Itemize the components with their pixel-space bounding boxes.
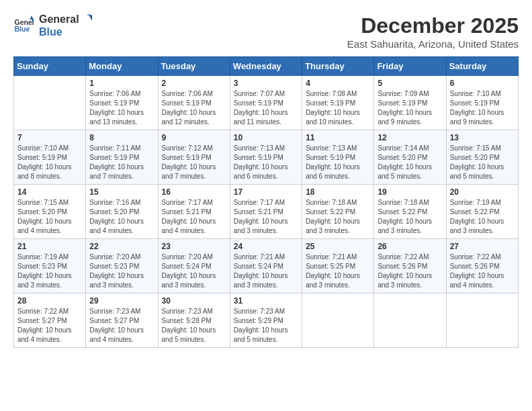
day-cell: 31Sunrise: 7:23 AMSunset: 5:29 PMDayligh… [230,293,302,348]
day-number: 9 [162,133,226,142]
day-number: 14 [17,187,82,197]
day-cell: 10Sunrise: 7:13 AMSunset: 5:19 PMDayligh… [230,130,302,185]
day-number: 22 [89,242,154,251]
day-info: Sunrise: 7:23 AMSunset: 5:27 PMDaylight:… [89,307,154,345]
day-cell: 30Sunrise: 7:23 AMSunset: 5:28 PMDayligh… [158,293,230,348]
day-cell: 24Sunrise: 7:21 AMSunset: 5:24 PMDayligh… [230,239,302,293]
day-number: 25 [306,242,370,251]
day-number: 15 [89,187,154,197]
weekday-header-row: SundayMondayTuesdayWednesdayThursdayFrid… [14,57,519,76]
logo-icon: General Blue [13,15,34,36]
day-info: Sunrise: 7:06 AMSunset: 5:19 PMDaylight:… [162,89,226,127]
weekday-header-monday: Monday [86,57,158,76]
day-cell: 13Sunrise: 7:15 AMSunset: 5:20 PMDayligh… [446,130,518,185]
week-row-2: 7Sunrise: 7:10 AMSunset: 5:19 PMDaylight… [14,130,519,185]
day-info: Sunrise: 7:10 AMSunset: 5:19 PMDaylight:… [17,144,82,181]
day-cell: 19Sunrise: 7:18 AMSunset: 5:22 PMDayligh… [374,185,446,239]
day-info: Sunrise: 7:22 AMSunset: 5:26 PMDaylight:… [450,253,515,290]
day-info: Sunrise: 7:09 AMSunset: 5:19 PMDaylight:… [378,89,442,127]
day-cell: 18Sunrise: 7:18 AMSunset: 5:22 PMDayligh… [302,185,374,239]
day-number: 30 [162,296,226,306]
day-number: 26 [378,242,442,251]
day-info: Sunrise: 7:18 AMSunset: 5:22 PMDaylight:… [378,198,442,236]
day-info: Sunrise: 7:14 AMSunset: 5:20 PMDaylight:… [378,144,442,181]
day-cell: 6Sunrise: 7:10 AMSunset: 5:19 PMDaylight… [446,76,518,130]
day-cell: 8Sunrise: 7:11 AMSunset: 5:19 PMDaylight… [86,130,158,185]
day-number: 7 [17,133,82,142]
day-info: Sunrise: 7:19 AMSunset: 5:23 PMDaylight:… [17,253,82,290]
logo-blue: Blue [39,26,93,38]
day-info: Sunrise: 7:20 AMSunset: 5:23 PMDaylight:… [89,253,154,290]
day-number: 13 [450,133,515,142]
day-number: 6 [450,79,515,88]
day-cell: 23Sunrise: 7:20 AMSunset: 5:24 PMDayligh… [158,239,230,293]
day-number: 21 [17,242,82,251]
day-number: 31 [234,296,298,306]
weekday-header-friday: Friday [374,57,446,76]
day-info: Sunrise: 7:22 AMSunset: 5:26 PMDaylight:… [378,253,442,290]
calendar-table: SundayMondayTuesdayWednesdayThursdayFrid… [13,56,519,348]
day-info: Sunrise: 7:22 AMSunset: 5:27 PMDaylight:… [17,307,82,345]
day-cell: 4Sunrise: 7:08 AMSunset: 5:19 PMDaylight… [302,76,374,130]
weekday-header-thursday: Thursday [302,57,374,76]
day-info: Sunrise: 7:12 AMSunset: 5:19 PMDaylight:… [162,144,226,181]
day-number: 4 [306,79,370,88]
day-number: 8 [89,133,154,142]
day-cell [302,293,374,348]
day-cell: 28Sunrise: 7:22 AMSunset: 5:27 PMDayligh… [14,293,86,348]
day-cell: 20Sunrise: 7:19 AMSunset: 5:22 PMDayligh… [446,185,518,239]
day-number: 23 [162,242,226,251]
day-info: Sunrise: 7:19 AMSunset: 5:22 PMDaylight:… [450,198,515,236]
svg-marker-4 [87,14,92,15]
weekday-header-wednesday: Wednesday [230,57,302,76]
week-row-4: 21Sunrise: 7:19 AMSunset: 5:23 PMDayligh… [14,239,519,293]
svg-marker-5 [89,15,92,21]
day-info: Sunrise: 7:07 AMSunset: 5:19 PMDaylight:… [234,89,298,127]
day-info: Sunrise: 7:23 AMSunset: 5:29 PMDaylight:… [234,307,298,345]
day-number: 2 [162,79,226,88]
day-cell: 1Sunrise: 7:06 AMSunset: 5:19 PMDaylight… [86,76,158,130]
day-number: 3 [234,79,298,88]
day-cell: 22Sunrise: 7:20 AMSunset: 5:23 PMDayligh… [86,239,158,293]
day-cell: 15Sunrise: 7:16 AMSunset: 5:20 PMDayligh… [86,185,158,239]
logo: General Blue General Blue [13,13,93,38]
day-number: 18 [306,187,370,197]
day-number: 29 [89,296,154,306]
day-cell: 3Sunrise: 7:07 AMSunset: 5:19 PMDaylight… [230,76,302,130]
day-cell: 21Sunrise: 7:19 AMSunset: 5:23 PMDayligh… [14,239,86,293]
day-info: Sunrise: 7:15 AMSunset: 5:20 PMDaylight:… [450,144,515,181]
title-section: December 2025 East Sahuarita, Arizona, U… [347,13,519,50]
svg-text:Blue: Blue [15,25,30,33]
weekday-header-tuesday: Tuesday [158,57,230,76]
day-cell: 12Sunrise: 7:14 AMSunset: 5:20 PMDayligh… [374,130,446,185]
day-number: 12 [378,133,442,142]
month-title: December 2025 [347,13,519,38]
day-number: 17 [234,187,298,197]
day-info: Sunrise: 7:13 AMSunset: 5:19 PMDaylight:… [234,144,298,181]
day-info: Sunrise: 7:10 AMSunset: 5:19 PMDaylight:… [450,89,515,127]
day-cell: 7Sunrise: 7:10 AMSunset: 5:19 PMDaylight… [14,130,86,185]
page-header: General Blue General Blue December 2025 … [13,13,519,50]
day-cell: 11Sunrise: 7:13 AMSunset: 5:19 PMDayligh… [302,130,374,185]
day-number: 1 [89,79,154,88]
day-info: Sunrise: 7:15 AMSunset: 5:20 PMDaylight:… [17,198,82,236]
day-cell [374,293,446,348]
logo-text: General [39,13,93,26]
day-cell: 9Sunrise: 7:12 AMSunset: 5:19 PMDaylight… [158,130,230,185]
day-info: Sunrise: 7:23 AMSunset: 5:28 PMDaylight:… [162,307,226,345]
weekday-header-sunday: Sunday [14,57,86,76]
day-info: Sunrise: 7:17 AMSunset: 5:21 PMDaylight:… [162,198,226,236]
day-info: Sunrise: 7:16 AMSunset: 5:20 PMDaylight:… [89,198,154,236]
day-info: Sunrise: 7:08 AMSunset: 5:19 PMDaylight:… [306,89,370,127]
day-info: Sunrise: 7:13 AMSunset: 5:19 PMDaylight:… [306,144,370,181]
day-info: Sunrise: 7:18 AMSunset: 5:22 PMDaylight:… [306,198,370,236]
day-cell: 2Sunrise: 7:06 AMSunset: 5:19 PMDaylight… [158,76,230,130]
week-row-3: 14Sunrise: 7:15 AMSunset: 5:20 PMDayligh… [14,185,519,239]
day-cell [14,76,86,130]
day-number: 27 [450,242,515,251]
day-number: 20 [450,187,515,197]
week-row-5: 28Sunrise: 7:22 AMSunset: 5:27 PMDayligh… [14,293,519,348]
day-cell: 25Sunrise: 7:21 AMSunset: 5:25 PMDayligh… [302,239,374,293]
day-cell: 27Sunrise: 7:22 AMSunset: 5:26 PMDayligh… [446,239,518,293]
day-cell: 16Sunrise: 7:17 AMSunset: 5:21 PMDayligh… [158,185,230,239]
